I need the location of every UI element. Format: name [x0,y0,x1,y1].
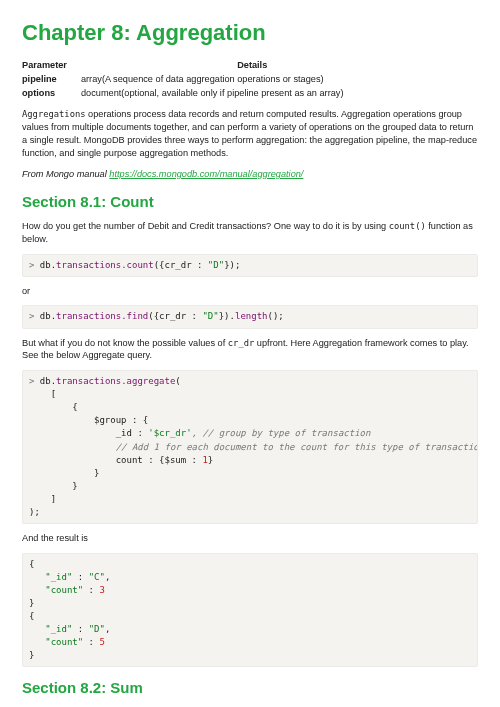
t: $group [29,415,132,425]
t: "_id" [45,572,72,582]
t: transactions.find [56,311,148,321]
t: 5 [99,637,104,647]
t: : { [148,455,164,465]
table-row: options document(optional, available onl… [22,87,357,101]
result-label: And the result is [22,532,478,545]
t: > [29,376,40,386]
t: }) [219,311,230,321]
t: "C" [89,572,105,582]
code-inline: Aggregations [22,109,86,119]
t: "count" [45,637,83,647]
intro-text: operations process data records and retu… [22,109,477,158]
t: cr_dr [159,311,186,321]
t: : [192,455,203,465]
page-content: Chapter 8: Aggregation Parameter Details… [0,0,500,707]
t: length [235,311,268,321]
text: How do you get the number of Debit and C… [22,221,389,231]
code-inline: cr_dr [228,338,254,348]
t: : [83,585,99,595]
code-block-4: { "_id" : "C", "count" : 3 } { "_id" : "… [22,553,478,667]
t: } [208,455,213,465]
t: : [83,637,99,647]
t: } [29,468,99,478]
t: ({ [148,311,159,321]
t: db [40,376,51,386]
t: ); [29,507,40,517]
or-text: or [22,285,478,298]
prompt: > [29,260,40,270]
t: }); [224,260,240,270]
t [29,624,45,634]
t: "D" [202,311,218,321]
t: { [29,402,78,412]
t: : [137,428,148,438]
t [29,572,45,582]
param-desc: document(optional, available only if pip… [81,87,358,101]
t [29,585,45,595]
table-row: pipeline array(A sequence of data aggreg… [22,73,357,87]
manual-link[interactable]: https://docs.mongodb.com/manual/aggregat… [109,169,303,179]
t: cr_dr [165,260,192,270]
t: $sum [164,455,191,465]
th-details: Details [81,59,358,73]
t: ] [29,494,56,504]
t: [ [29,389,56,399]
th-parameter: Parameter [22,59,81,73]
t: count [29,455,148,465]
section-8-1-title: Section 8.1: Count [22,191,478,212]
t: '$cr_dr' [148,428,191,438]
t: db [40,260,51,270]
chapter-title: Chapter 8: Aggregation [22,18,478,49]
t: } [29,481,78,491]
code-block-2: > db.transactions.find({cr_dr : "D"}).le… [22,305,478,328]
code-inline: count() [389,221,426,231]
t: transactions.count [56,260,154,270]
t: { [29,611,34,621]
t: db [40,311,51,321]
t: "count" [45,585,83,595]
t: } [29,650,34,660]
t: transactions.aggregate [56,376,175,386]
t: "D" [89,624,105,634]
t: } [29,598,34,608]
t: "_id" [45,624,72,634]
code-block-1: > db.transactions.count({cr_dr : "D"}); [22,254,478,277]
t: : [186,311,202,321]
t: : [192,260,208,270]
manual-line: From Mongo manual https://docs.mongodb.c… [22,168,478,181]
t: : { [132,415,148,425]
t [29,637,45,647]
t: "D" [208,260,224,270]
t: , [105,572,110,582]
t: // Add 1 for each document to the count … [29,442,478,452]
t: ({ [154,260,165,270]
section-8-2-title: Section 8.2: Sum [22,677,478,698]
t: _id [29,428,137,438]
intro-paragraph: Aggregations operations process data rec… [22,108,478,160]
t: : [72,624,88,634]
t: : [72,572,88,582]
code-block-3: > db.transactions.aggregate( [ { $group … [22,370,478,524]
parameter-table: Parameter Details pipeline array(A seque… [22,59,357,101]
t: ( [175,376,180,386]
t: , // group by type of transaction [192,428,371,438]
t: (); [267,311,283,321]
t: 3 [99,585,104,595]
param-name: options [22,87,81,101]
t: { [29,559,34,569]
t: , [105,624,110,634]
param-desc: array(A sequence of data aggregation ope… [81,73,358,87]
text: count() [389,221,426,231]
text: But what if you do not know the possible… [22,338,228,348]
s81-p1: How do you get the number of Debit and C… [22,220,478,246]
manual-label: From Mongo manual [22,169,109,179]
param-name: pipeline [22,73,81,87]
s81-p2: But what if you do not know the possible… [22,337,478,363]
prompt: > [29,311,40,321]
